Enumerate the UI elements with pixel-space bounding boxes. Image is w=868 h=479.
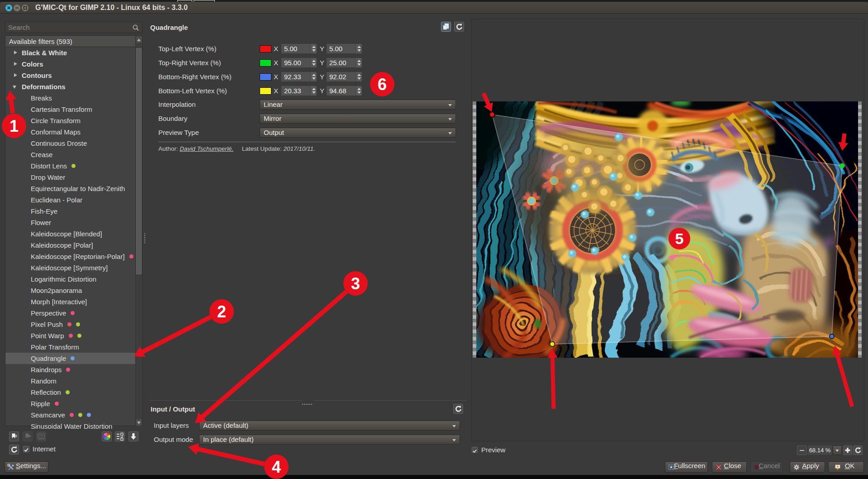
svg-text:2: 2	[217, 302, 226, 321]
svg-text:3: 3	[351, 274, 360, 293]
svg-text:123: 123	[39, 436, 44, 439]
svg-text:4: 4	[272, 458, 281, 476]
svg-text:6: 6	[378, 75, 387, 94]
